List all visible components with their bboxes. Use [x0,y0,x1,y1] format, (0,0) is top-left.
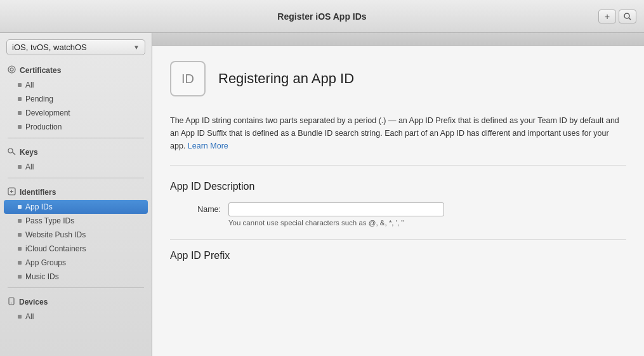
svg-line-1 [629,18,631,20]
square-icon [8,187,16,195]
add-button[interactable]: + [598,10,616,23]
prefix-section: App ID Prefix [170,239,626,261]
dot-icon [18,219,22,223]
devices-icon [8,297,15,307]
dot-icon [18,315,22,319]
cert-pending-label: Pending [25,95,53,103]
sidebar-item-icloud-containers[interactable]: iCloud Containers [0,242,152,256]
sidebar-item-app-ids[interactable]: App IDs [4,200,148,214]
identifiers-icon [8,187,16,197]
sidebar-item-cert-pending[interactable]: Pending [0,92,152,106]
name-hint: You cannot use special characters such a… [228,219,444,227]
phone-icon [8,297,15,305]
divider-3 [8,287,144,288]
dot-icon [18,111,22,115]
app-ids-label: App IDs [25,202,53,211]
sidebar-section-identifiers: Identifiers [0,182,152,200]
chevron-down-icon: ▼ [133,44,140,51]
sidebar-item-cert-all[interactable]: All [0,78,152,92]
identifiers-label: Identifiers [20,188,56,197]
platform-select[interactable]: iOS, tvOS, watchOS macOS [12,43,131,52]
dot-icon [18,165,22,169]
devices-all-label: All [25,312,34,321]
sidebar-item-devices-all[interactable]: All [0,310,152,324]
section-heading-app-id-prefix: App ID Prefix [170,250,626,261]
dot-icon [18,261,22,265]
title-bar: Register iOS App IDs + [0,0,644,33]
cert-development-label: Development [25,109,70,117]
content-body: ID Registering an App ID The App ID stri… [152,46,644,356]
divider-2 [8,178,144,178]
svg-point-0 [624,13,629,18]
music-ids-label: Music IDs [25,272,59,281]
certificates-label: Certificates [20,66,61,75]
learn-more-link[interactable]: Learn More [188,142,228,150]
sidebar-item-music-ids[interactable]: Music IDs [0,270,152,284]
dot-icon [18,97,22,101]
key-icon-svg [8,147,16,155]
svg-point-2 [10,68,13,71]
svg-point-4 [8,148,13,153]
name-label: Name: [170,202,221,214]
sidebar: iOS, tvOS, watchOS macOS ▼ Certificates … [0,33,152,356]
sidebar-item-cert-development[interactable]: Development [0,106,152,120]
app-groups-label: App Groups [25,258,66,267]
name-input[interactable] [228,202,444,216]
website-push-ids-label: Website Push IDs [25,230,86,239]
content-area: ID Registering an App ID The App ID stri… [152,33,644,356]
keys-all-label: All [25,162,34,171]
platform-dropdown[interactable]: iOS, tvOS, watchOS macOS ▼ [6,39,145,55]
dot-icon [18,247,22,251]
title-bar-actions: + [598,10,636,23]
cert-all-label: All [25,81,34,89]
name-field-group: You cannot use special characters such a… [228,202,444,227]
sidebar-item-keys-all[interactable]: All [0,160,152,174]
gear-icon [8,65,16,74]
divider-1 [8,138,144,138]
search-button[interactable] [619,10,636,23]
icloud-containers-label: iCloud Containers [25,244,86,253]
dot-icon [18,275,22,279]
app-id-header: ID Registering an App ID [170,61,626,96]
keys-label: Keys [20,148,38,157]
pass-type-ids-label: Pass Type IDs [25,216,74,225]
section-heading-app-id-description: App ID Description [170,181,626,192]
sidebar-section-keys: Keys [0,142,152,160]
devices-label: Devices [19,298,48,307]
sidebar-section-certificates: Certificates [0,60,152,78]
cert-production-label: Production [25,122,62,131]
dot-icon [18,83,22,87]
section-main-title: Registering an App ID [218,70,354,87]
sidebar-item-website-push-ids[interactable]: Website Push IDs [0,228,152,242]
name-form-row: Name: You cannot use special characters … [170,202,626,227]
sidebar-item-cert-production[interactable]: Production [0,120,152,134]
dot-icon [18,205,22,209]
sidebar-item-app-groups[interactable]: App Groups [0,256,152,270]
search-icon [624,13,631,20]
certificates-icon [8,65,16,76]
svg-point-3 [8,66,15,73]
description-paragraph: The App ID string contains two parts sep… [170,114,626,166]
key-icon [8,147,16,157]
sidebar-item-pass-type-ids[interactable]: Pass Type IDs [0,214,152,228]
dot-icon [18,125,22,129]
content-toolbar [152,33,644,46]
app-id-icon: ID [170,61,206,96]
dot-icon [18,233,22,237]
sidebar-section-devices: Devices [0,292,152,310]
svg-rect-10 [9,298,14,305]
main-layout: iOS, tvOS, watchOS macOS ▼ Certificates … [0,33,644,356]
page-title: Register iOS App IDs [277,11,366,22]
